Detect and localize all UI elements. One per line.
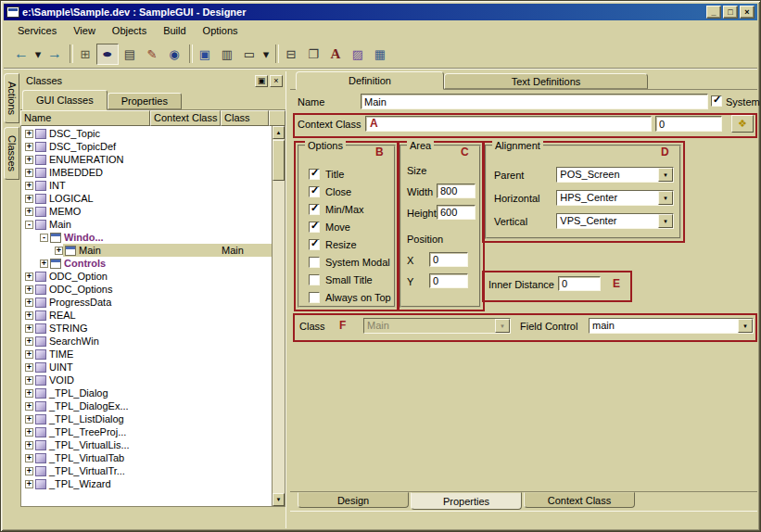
tree-expander[interactable]	[25, 169, 33, 177]
tree-item[interactable]: STRING	[21, 322, 272, 335]
tree-scrollbar[interactable]: ▲ ▼	[272, 126, 285, 506]
tree-item[interactable]: _TPL_Dialog	[21, 386, 272, 399]
tree-item[interactable]: _TPL_VirtualTr...	[21, 464, 272, 477]
tree-item[interactable]: _TPL_TreeProj...	[21, 425, 272, 438]
tree-expander[interactable]	[25, 350, 33, 359]
menu-view[interactable]: View	[65, 23, 104, 38]
tree-expander[interactable]	[25, 337, 33, 346]
tree-item[interactable]: Main	[21, 218, 272, 231]
scroll-down-button[interactable]: ▼	[273, 493, 285, 506]
tree-item[interactable]: ENUMERATION	[21, 153, 272, 166]
copy-button[interactable]: ❐	[302, 44, 324, 65]
tab-properties[interactable]: Properties	[108, 93, 182, 109]
tree-item[interactable]: _TPL_ListDialog	[21, 412, 272, 425]
close-checkbox[interactable]	[309, 186, 320, 197]
tree-expander[interactable]	[25, 143, 33, 151]
tree-item[interactable]: DSC_Topic	[21, 127, 272, 140]
data-editor-button[interactable]: ▥	[216, 44, 238, 65]
context-class-count-input[interactable]	[655, 116, 722, 132]
maximize-button[interactable]: □	[723, 6, 738, 19]
tree-item[interactable]: REAL	[21, 309, 272, 322]
menu-options[interactable]: Options	[195, 23, 247, 38]
tree-expander[interactable]	[25, 208, 33, 216]
tree-expander[interactable]	[25, 428, 33, 437]
tree-item[interactable]: IMBEDDED	[21, 166, 272, 179]
resize-checkbox[interactable]	[309, 239, 320, 250]
design-mode-button[interactable]: ●	[96, 44, 119, 65]
context-class-lookup-button[interactable]: ❖	[731, 115, 754, 133]
combo-field-button[interactable]: ▭	[238, 44, 260, 65]
minmax-checkbox[interactable]	[309, 204, 320, 215]
always-on-top-checkbox[interactable]	[309, 292, 320, 303]
minimize-button[interactable]: _	[706, 6, 721, 19]
field-control-select[interactable]: main ▼	[589, 318, 754, 334]
column-header[interactable]: Name	[20, 110, 150, 126]
width-input[interactable]	[437, 184, 476, 198]
scrollbar-track[interactable]	[273, 181, 285, 493]
tree-item[interactable]: Windo...	[21, 231, 272, 244]
tree-expander[interactable]	[25, 285, 33, 294]
close-panel-button[interactable]: ×	[270, 75, 283, 87]
tree-expander[interactable]	[25, 415, 33, 424]
tree-item[interactable]: UINT	[21, 361, 272, 374]
parent-select[interactable]: POS_Screen ▼	[556, 167, 674, 183]
back-button[interactable]: ←	[10, 44, 32, 65]
image-button[interactable]: ▨	[347, 44, 369, 65]
tree-item[interactable]: SearchWin	[21, 335, 272, 348]
vertical-select[interactable]: VPS_Center ▼	[556, 213, 674, 229]
tab-definition[interactable]: Definition	[296, 71, 444, 90]
tree-expander[interactable]	[25, 298, 33, 307]
dropdown-arrow-icon[interactable]: ▼	[658, 168, 673, 182]
globe-button[interactable]: ◉	[163, 44, 185, 65]
tree-expander[interactable]	[40, 260, 48, 268]
tree-expander[interactable]	[25, 324, 33, 333]
tree-expander[interactable]	[25, 454, 33, 462]
column-header[interactable]: Context Class	[150, 110, 221, 126]
tree-expander[interactable]	[25, 467, 33, 475]
height-input[interactable]	[437, 205, 476, 220]
horizontal-select[interactable]: HPS_Center ▼	[556, 190, 674, 206]
menu-build[interactable]: Build	[155, 23, 194, 38]
system-modal-checkbox[interactable]	[309, 257, 320, 268]
close-button[interactable]: ×	[740, 6, 755, 19]
inner-distance-input[interactable]	[558, 276, 601, 291]
pin-button[interactable]: ▣	[255, 75, 268, 87]
title-checkbox[interactable]	[309, 169, 320, 180]
tree-item[interactable]: DSC_TopicDef	[21, 140, 272, 153]
tree-item[interactable]: MEMO	[21, 205, 272, 218]
tree-item[interactable]: _TPL_Wizard	[21, 477, 272, 490]
dropdown-arrow-icon[interactable]: ▼	[658, 191, 673, 205]
move-checkbox[interactable]	[309, 222, 320, 233]
tree-item[interactable]: Main Main	[21, 244, 272, 257]
context-class-input[interactable]	[365, 116, 652, 132]
tree-item[interactable]: _TPL_DialogEx...	[21, 399, 272, 412]
tree-item[interactable]: Controls	[21, 257, 272, 270]
forward-button[interactable]: →	[44, 44, 66, 65]
back-history-dropdown[interactable]: ▾	[32, 44, 44, 65]
titlebar[interactable]: e:\Sample\Sample.dev : SampleGUI - Desig…	[4, 4, 757, 20]
tree-expander[interactable]	[25, 376, 33, 385]
tree-item[interactable]: _TPL_VirtualLis...	[21, 438, 272, 451]
y-input[interactable]	[429, 273, 468, 288]
table-button[interactable]: ▦	[369, 44, 391, 65]
tree-expander[interactable]	[25, 311, 33, 320]
tab-properties-bottom[interactable]: Properties	[411, 492, 522, 510]
tree-expander[interactable]	[25, 441, 33, 450]
side-tab-actions[interactable]: Actions	[4, 73, 19, 123]
menu-services[interactable]: Services	[9, 23, 65, 38]
class-hierarchy-button[interactable]: ⊞	[74, 44, 96, 65]
tree-item[interactable]: VOID	[21, 374, 272, 386]
menu-objects[interactable]: Objects	[104, 23, 155, 38]
name-input[interactable]	[361, 94, 708, 109]
tree-item[interactable]: ProgressData	[21, 296, 272, 309]
x-input[interactable]	[429, 252, 468, 267]
combo-dropdown[interactable]: ▾	[260, 44, 272, 65]
tree-item[interactable]: LOGICAL	[21, 192, 272, 205]
font-button[interactable]: A	[324, 44, 347, 65]
dropdown-arrow-icon[interactable]: ▼	[738, 319, 753, 333]
tree-item[interactable]: TIME	[21, 348, 272, 361]
tree-item[interactable]: ODC_Option	[21, 270, 272, 283]
scroll-up-button[interactable]: ▲	[273, 126, 285, 139]
tree-expander[interactable]	[25, 402, 33, 411]
tab-context-class[interactable]: Context Class	[524, 492, 635, 508]
